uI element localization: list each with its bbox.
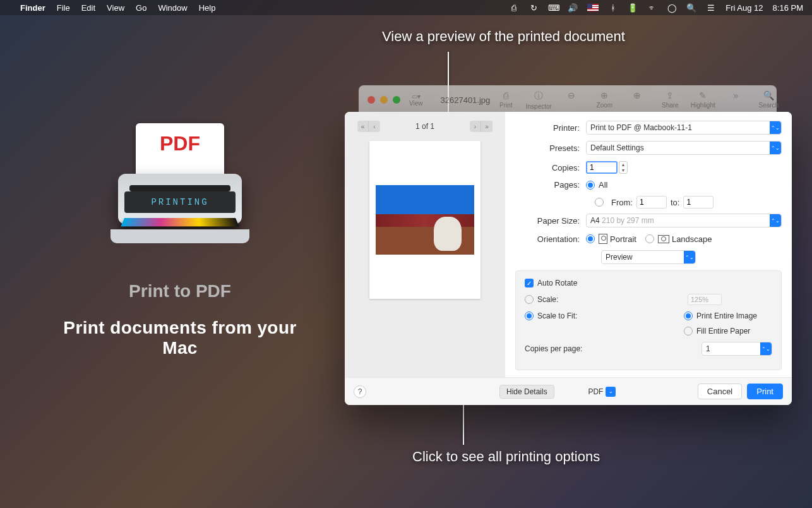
menubar-date[interactable]: Fri Aug 12: [725, 3, 763, 13]
print-options-pane: Printer: Print to PDF @ Macbook-11-1 ⌃⌄ …: [505, 112, 792, 377]
menu-window[interactable]: Window: [158, 3, 187, 13]
window-filename: 32627401.jpg: [441, 95, 491, 105]
print-dialog: «‹ 1 of 1 ›» Printer: Print to PDF @ Mac…: [345, 112, 792, 405]
toolbar-more: »: [720, 90, 751, 110]
print-button[interactable]: Print: [747, 384, 783, 399]
wifi-icon[interactable]: ᯤ: [647, 3, 657, 13]
help-button[interactable]: ?: [354, 385, 366, 398]
toolbar-print: ⎙Print: [490, 90, 522, 110]
menu-edit[interactable]: Edit: [81, 3, 95, 13]
landscape-icon: [658, 235, 669, 243]
page-prev-buttons[interactable]: «‹: [357, 121, 380, 132]
copies-per-page-select[interactable]: 1 ⌃⌄: [702, 342, 772, 356]
menu-bar: Finder File Edit View Go Window Help ⎙ ↻…: [0, 0, 812, 15]
presets-select[interactable]: Default Settings ⌃⌄: [586, 141, 782, 155]
toolbar-share: ⇪Share: [654, 90, 686, 110]
menu-view[interactable]: View: [107, 3, 124, 13]
printer-display: PRINTING: [124, 191, 236, 213]
menu-file[interactable]: File: [57, 3, 70, 13]
printer-select[interactable]: Print to PDF @ Macbook-11-1 ⌃⌄: [586, 121, 782, 135]
keyboard-icon[interactable]: ⌨: [548, 3, 558, 13]
from-input[interactable]: [636, 196, 667, 209]
paper-size-label: Paper Size:: [515, 216, 586, 226]
spotlight-icon[interactable]: 🔍: [686, 3, 696, 13]
to-input[interactable]: [683, 196, 713, 209]
pages-label: Pages:: [515, 180, 586, 190]
presets-label: Presets:: [515, 143, 586, 153]
printer-label: Printer:: [515, 123, 586, 133]
scale-input[interactable]: [688, 294, 722, 305]
scale-radio[interactable]: [525, 295, 534, 304]
promo-subtitle: Print documents from your Mac: [44, 318, 316, 358]
copies-per-page-label: Copies per page:: [525, 344, 582, 353]
callout-preview: View a preview of the printed document: [382, 28, 625, 45]
hide-details-button[interactable]: Hide Details: [499, 385, 554, 399]
orientation-portrait-radio[interactable]: [586, 234, 595, 243]
pdf-label: PDF: [160, 132, 200, 155]
auto-rotate-checkbox[interactable]: ✓: [525, 279, 534, 287]
preview-pane: «‹ 1 of 1 ›»: [345, 112, 505, 377]
from-label: From:: [611, 198, 633, 207]
toolbar-inspector: ⓘInspector: [523, 90, 554, 110]
dialog-footer: ? Hide Details PDF ⌄ Cancel Print: [345, 377, 792, 405]
toolbar-highlight: ✎Highlight: [687, 90, 719, 110]
promo-title: Print to PDF: [44, 281, 316, 301]
scale-fit-label: Scale to Fit:: [537, 311, 577, 320]
toolbar-zoom-out: ⊖: [556, 90, 587, 110]
landscape-label: Landscape: [672, 234, 712, 244]
cancel-button[interactable]: Cancel: [698, 384, 742, 399]
callout-options: Click to see all printing options: [412, 449, 600, 465]
bluetooth-icon[interactable]: ᚼ: [608, 3, 618, 13]
copies-stepper[interactable]: ▲▼: [619, 161, 628, 174]
orientation-landscape-radio[interactable]: [645, 234, 654, 243]
to-label: to:: [671, 198, 679, 207]
auto-rotate-label: Auto Rotate: [537, 279, 577, 287]
print-entire-label: Print Entire Image: [696, 311, 772, 320]
user-icon[interactable]: ◯: [667, 3, 677, 13]
preview-window-toolbar: ▭▾View 32627401.jpg ⎙Print ⓘInspector ⊖ …: [359, 85, 777, 114]
print-entire-radio[interactable]: [684, 311, 693, 320]
notification-icon[interactable]: ☰: [706, 3, 716, 13]
copies-input[interactable]: [586, 161, 618, 174]
printer-status-icon[interactable]: ⎙: [509, 3, 519, 13]
menu-go[interactable]: Go: [136, 3, 146, 13]
scale-label: Scale:: [537, 295, 558, 304]
pdf-dropdown[interactable]: PDF ⌄: [588, 387, 616, 397]
fill-entire-label: Fill Entire Paper: [696, 327, 772, 336]
menu-help[interactable]: Help: [199, 3, 216, 13]
portrait-icon: [599, 234, 607, 244]
menubar-time[interactable]: 8:16 PM: [773, 3, 803, 13]
preview-options-box: ✓ Auto Rotate Scale: Scale to Fit: Print…: [515, 270, 782, 370]
section-select[interactable]: Preview ⌃⌄: [601, 250, 696, 264]
promo-block: PDF PRINTING Print to PDF Print document…: [44, 123, 316, 358]
printer-illustration: PDF PRINTING: [110, 123, 249, 262]
pages-all-radio[interactable]: [586, 181, 595, 190]
pages-all-label: All: [599, 180, 607, 190]
preview-image: [376, 185, 474, 255]
callout-line-bottom: [463, 404, 464, 445]
time-machine-icon[interactable]: ↻: [528, 3, 539, 13]
portrait-label: Portrait: [610, 234, 636, 244]
toolbar-view: ▭▾View: [409, 93, 423, 107]
traffic-lights[interactable]: [367, 96, 400, 104]
orientation-label: Orientation:: [515, 234, 586, 244]
page-indicator: 1 of 1: [415, 122, 434, 131]
fill-entire-radio[interactable]: [684, 327, 693, 336]
copies-label: Copies:: [515, 163, 586, 172]
input-flag-icon[interactable]: [587, 4, 599, 11]
toolbar-search: 🔍Search: [753, 90, 784, 110]
pages-range-radio[interactable]: [595, 198, 604, 207]
paper-size-select[interactable]: A4 210 by 297 mm ⌃⌄: [586, 214, 782, 227]
volume-icon[interactable]: 🔊: [568, 3, 578, 13]
page-next-buttons[interactable]: ›»: [470, 121, 493, 132]
toolbar-zoom: ⊕Zoom: [588, 90, 620, 110]
app-name[interactable]: Finder: [20, 3, 45, 13]
battery-icon[interactable]: 🔋: [628, 3, 638, 13]
toolbar-zoom-in: ⊕: [621, 90, 653, 110]
preview-sheet: [369, 141, 481, 299]
scale-fit-radio[interactable]: [525, 311, 534, 320]
